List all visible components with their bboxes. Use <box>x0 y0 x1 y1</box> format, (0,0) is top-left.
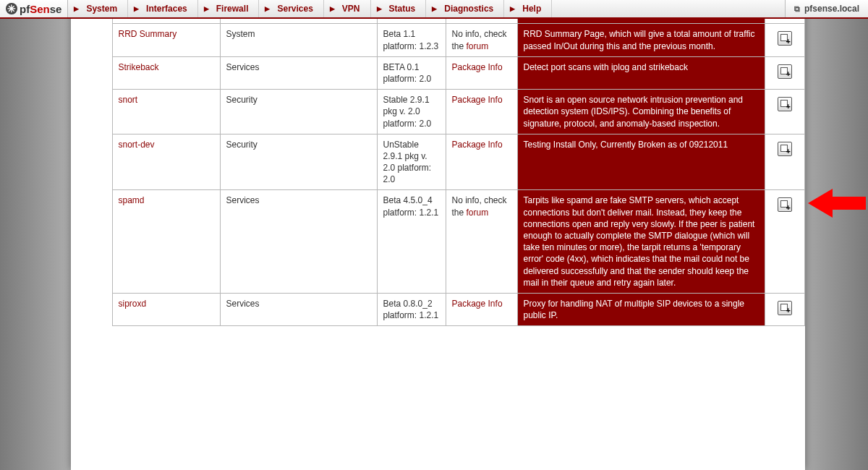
cell-category: Security <box>220 90 377 134</box>
hostname-label: pfsense.local <box>804 4 859 14</box>
cell-action <box>765 190 805 294</box>
cell-description: RRD Summary Page, which will give a tota… <box>517 24 765 56</box>
menu-item-label: VPN <box>342 4 360 14</box>
menu-caret-icon: ▶ <box>330 5 335 12</box>
menu-item-diagnostics[interactable]: ▶Diagnostics <box>426 0 504 17</box>
table-row: snort-devSecurityUnStable 2.9.1 pkg v. 2… <box>71 134 805 190</box>
cell-description: Testing Install Only, Currently Broken a… <box>517 134 765 190</box>
cell-package-name: Strikeback <box>112 56 220 89</box>
menu-item-interfaces[interactable]: ▶Interfaces <box>128 0 198 17</box>
menu-item-label: Diagnostics <box>444 4 493 14</box>
cell-package-name: snort-dev <box>112 134 220 190</box>
cell-action <box>765 24 805 56</box>
cell-category: Services <box>220 293 377 325</box>
cell-package-name: siproxd <box>112 293 220 325</box>
menu-item-status[interactable]: ▶Status <box>371 0 427 17</box>
install-button[interactable] <box>778 301 792 315</box>
packages-table: 0.91 platform: 1.2.3Infoyou to run jails… <box>71 19 805 326</box>
cell-version: UnStable 2.9.1 pkg v. 2.0 platform: 2.0 <box>377 134 446 190</box>
package-link[interactable]: snort-dev <box>119 140 155 150</box>
menu-item-firewall[interactable]: ▶Firewall <box>198 0 260 17</box>
cell-category <box>220 19 377 24</box>
cell-package-name: spamd <box>112 190 220 294</box>
cell-package-name: RRD Summary <box>112 24 220 56</box>
cell-action <box>765 90 805 134</box>
cell-category: Services <box>220 56 377 89</box>
logo: ✳ pfSense <box>0 0 68 17</box>
cell-version: Beta 0.8.0_2 platform: 1.2.1 <box>377 293 446 325</box>
info-link[interactable]: Package Info <box>452 140 503 150</box>
install-button[interactable] <box>778 64 792 79</box>
info-link[interactable]: Package Info <box>452 62 503 72</box>
logo-mark-icon: ✳ <box>6 3 17 14</box>
callout-arrow-icon <box>808 187 866 219</box>
cell-info: No info, check the forum <box>446 24 517 56</box>
cell-category: System <box>220 24 377 56</box>
info-link[interactable]: Package Info <box>452 299 503 309</box>
host-icon: ⧉ <box>794 4 800 14</box>
info-link[interactable]: forum <box>467 41 489 51</box>
cell-description: Proxy for handling NAT of multiple SIP d… <box>517 293 765 325</box>
cell-category: Security <box>220 134 377 190</box>
menu-caret-icon: ▶ <box>74 5 79 12</box>
package-link[interactable]: spamd <box>119 195 145 205</box>
menu-caret-icon: ▶ <box>265 5 270 12</box>
svg-marker-0 <box>808 189 866 218</box>
cell-info: No info, check the forum <box>446 190 517 294</box>
cell-package-name <box>112 19 220 24</box>
cell-info: Package Info <box>446 56 517 89</box>
menu-item-label: Help <box>522 4 541 14</box>
cell-version: Beta 1.1 platform: 1.2.3 <box>377 24 446 56</box>
package-link[interactable]: Strikeback <box>119 62 159 72</box>
menu-caret-icon: ▶ <box>377 5 382 12</box>
cell-action <box>765 134 805 190</box>
cell-description: you to run jails on pfSense. <box>517 19 765 24</box>
menu-item-services[interactable]: ▶Services <box>259 0 323 17</box>
cell-version: Stable 2.9.1 pkg v. 2.0 platform: 2.0 <box>377 90 446 134</box>
table-row: siproxdServicesBeta 0.8.0_2 platform: 1.… <box>71 293 805 325</box>
menu-item-label: System <box>86 4 117 14</box>
cell-version: Beta 4.5.0_4 platform: 1.2.1 <box>377 190 446 294</box>
package-link[interactable]: siproxd <box>119 299 147 309</box>
install-button[interactable] <box>778 31 792 46</box>
cell-version: 0.91 platform: 1.2.3 <box>377 19 446 24</box>
cell-package-name: snort <box>112 90 220 134</box>
menu-item-system[interactable]: ▶System <box>68 0 128 17</box>
menu-item-help[interactable]: ▶Help <box>504 0 552 17</box>
table-row: RRD SummarySystemBeta 1.1 platform: 1.2.… <box>71 24 805 56</box>
menu-caret-icon: ▶ <box>510 5 515 12</box>
package-link[interactable]: RRD Summary <box>119 29 177 39</box>
cell-info: Package Info <box>446 90 517 134</box>
info-link[interactable]: Package Info <box>452 95 503 105</box>
cell-info: Package Info <box>446 134 517 190</box>
info-link[interactable]: forum <box>467 208 489 218</box>
main-menu: ▶System▶Interfaces▶Firewall▶Services▶VPN… <box>68 0 785 17</box>
cell-description: Detect port scans with iplog and strikeb… <box>517 56 765 89</box>
package-link[interactable]: snort <box>119 95 138 105</box>
menu-caret-icon: ▶ <box>134 5 139 12</box>
install-button[interactable] <box>778 197 792 212</box>
logo-text: pfSense <box>20 3 61 15</box>
menu-caret-icon: ▶ <box>204 5 209 12</box>
menu-item-label: Firewall <box>216 4 249 14</box>
packages-scroll: 0.91 platform: 1.2.3Infoyou to run jails… <box>71 19 805 470</box>
table-row: 0.91 platform: 1.2.3Infoyou to run jails… <box>71 19 805 24</box>
menu-item-label: Status <box>389 4 416 14</box>
menu-caret-icon: ▶ <box>432 5 437 12</box>
hostname-display: ⧉ pfsense.local <box>785 0 868 17</box>
cell-action <box>765 293 805 325</box>
content-panel: 0.91 platform: 1.2.3Infoyou to run jails… <box>71 0 805 470</box>
menu-item-label: Services <box>277 4 312 14</box>
menu-item-label: Interfaces <box>146 4 187 14</box>
table-row: snortSecurityStable 2.9.1 pkg v. 2.0 pla… <box>71 90 805 134</box>
install-button[interactable] <box>778 142 792 156</box>
cell-description: Tarpits like spamd are fake SMTP servers… <box>517 190 765 294</box>
table-row: StrikebackServicesBETA 0.1 platform: 2.0… <box>71 56 805 89</box>
install-button[interactable] <box>778 97 792 111</box>
top-nav: ✳ pfSense ▶System▶Interfaces▶Firewall▶Se… <box>0 0 868 19</box>
menu-item-vpn[interactable]: ▶VPN <box>324 0 371 17</box>
cell-action <box>765 19 805 24</box>
cell-info: Package Info <box>446 293 517 325</box>
cell-version: BETA 0.1 platform: 2.0 <box>377 56 446 89</box>
table-row: spamdServicesBeta 4.5.0_4 platform: 1.2.… <box>71 190 805 294</box>
